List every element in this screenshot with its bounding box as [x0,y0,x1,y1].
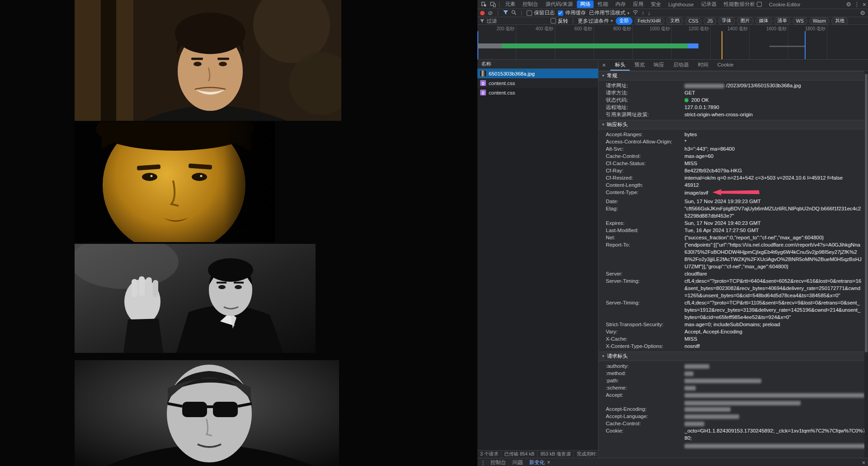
device-toolbar-icon[interactable] [489,1,496,8]
settings-gear-icon[interactable]: ⚙ [846,1,851,7]
devtools-tab[interactable]: 控制台 [519,0,542,8]
domcontentloaded-marker [722,31,722,59]
kebab-menu-icon[interactable]: ⋮ [854,1,860,8]
clear-network-log-icon[interactable]: ⊘ [488,10,493,16]
drawer-menu-icon[interactable]: ⋮ [480,459,486,466]
network-overview[interactable]: 200 毫秒400 毫秒600 毫秒800 毫秒1000 毫秒1200 毫秒14… [477,25,868,60]
close-details-icon[interactable]: × [602,62,606,69]
filter-chip[interactable]: JS [703,18,716,24]
request-row[interactable]: {} content.css [477,78,598,88]
devtools-tab[interactable]: 安全 [647,0,664,8]
disable-cache-checkbox[interactable]: 停用缓存 [558,10,586,16]
filter-chip[interactable]: 文档 [666,17,683,25]
import-har-icon[interactable]: ↑ [642,10,645,16]
more-filters-dropdown[interactable]: 更多过滤条件 ▾ [578,18,613,24]
filter-chip[interactable]: 媒体 [755,17,772,25]
details-tab[interactable]: 预览 [630,60,649,71]
details-tab[interactable]: 标头 [610,60,630,71]
header-name: 引用来源网址政策: [606,111,684,118]
request-name: 65015303b368a.jpg [489,71,535,76]
header-value: _octo=GH1.1.824309153.1730245892; _clck=… [684,427,864,448]
network-settings-gear-icon[interactable]: ⚙ [860,10,865,16]
devtools-tab[interactable]: 性能 [594,0,611,8]
triangle-down-icon: ▾ [602,71,604,80]
filter-chip[interactable]: 其他 [831,17,848,25]
header-value: 8e422fb92cb4079a-HKG [684,167,864,174]
header-name: Accept-Language: [606,413,684,420]
section-request-headers[interactable]: ▾ 请求标头 [599,352,864,361]
header-name: :path: [606,377,684,384]
header-row: 远程地址: 127.0.0.1:7890 [599,104,864,111]
details-tab[interactable]: Cookie [713,60,738,71]
header-value: /2023/09/13/65015303b368a.jpg [684,82,864,89]
filter-chip[interactable]: WS [793,18,807,24]
header-name: Cf-Ray: [606,167,684,174]
header-name: Etag: [606,205,684,219]
header-row: Etag: "cft566GskJKmFpIgBDV7ajUyb6mMZUz6R… [599,205,864,219]
devtools-tab[interactable]: 源代码/来源 [542,0,576,8]
timeline-tick: 1200 毫秒 [672,25,711,59]
header-row: Server-Timing: cfL4;desc="?proto=TCP&rtt… [599,299,864,321]
filter-chip[interactable]: Fetch/XHR [634,18,665,24]
devtools-tab[interactable]: 网络 [577,0,594,8]
network-conditions-icon[interactable] [632,10,638,16]
inspect-element-icon[interactable] [480,1,487,8]
header-name: 远程地址: [606,104,684,111]
drawer-tab[interactable]: 问题 [513,459,523,466]
status-ok-dot [684,98,689,102]
devtools-close-icon[interactable]: × [863,1,866,8]
preserve-log-checkbox[interactable]: 保留日志 [527,10,555,16]
devtools-tab[interactable]: 应用 [630,0,646,8]
request-header-rows: :authority: :method: :path: [599,361,864,450]
checkbox-checked[interactable] [558,10,563,16]
section-response-headers[interactable]: ▾ 响应标头 [599,120,864,129]
filter-funnel-icon[interactable] [503,10,508,16]
filter-chip[interactable]: 图片 [737,17,754,25]
filter-chip[interactable]: CSS [685,18,702,24]
record-network-log-icon[interactable] [480,11,485,15]
details-scrollbar[interactable] [864,71,868,458]
search-icon[interactable] [511,10,516,16]
disable-cache-label: 停用缓存 [565,10,586,16]
devtools-tab[interactable]: 性能数据分析 [721,0,765,8]
filter-input[interactable]: 过滤 [480,18,548,24]
checkbox-unchecked[interactable] [527,10,532,16]
redacted-value-line2 [684,444,864,448]
header-row: Cf-Ray: 8e422fb92cb4079a-HKG [599,167,864,174]
invert-filter-checkbox[interactable]: 反转 [551,18,568,24]
filter-chip[interactable]: 清单 [774,17,791,25]
headers-panel[interactable]: ▾ 常规 请求网址: /2023/09/13/65015303b368a.jpg… [599,71,864,458]
web-page-viewport [0,0,477,466]
details-tab[interactable]: 启动器 [669,60,693,71]
header-value [684,391,864,405]
name-column-header[interactable]: 名称 [477,60,598,69]
scrollbar-thumb[interactable] [865,74,868,352]
devtools-tab[interactable]: 元素 [502,0,519,8]
header-name: Alt-Svc: [606,145,684,152]
devtools-tab[interactable]: Lighthouse [665,1,697,8]
header-name: Access-Control-Allow-Origin: [606,138,684,145]
header-value: {"success_fraction":0,"report_to":"cf-ne… [684,234,864,241]
header-name: Content-Length: [606,181,684,189]
header-name: Expires: [606,219,684,227]
details-tab[interactable]: 响应 [649,60,669,71]
devtools-tab[interactable]: Cookie-Editor [766,1,804,8]
close-tab-icon[interactable]: × [547,459,550,466]
network-toolbar: ⊘ 保留日志 停用缓存 已停用节流模式 ▾ ↑ ↓ ⚙ [477,9,868,17]
export-har-icon[interactable]: ↓ [647,10,651,16]
filter-chip[interactable]: Wasm [809,18,830,24]
header-row: Accept-Language: [599,413,864,420]
section-general[interactable]: ▾ 常规 [599,71,864,81]
drawer-tab[interactable]: 新变化 × [529,459,551,466]
details-tab[interactable]: 时间 [693,60,713,71]
filter-chip[interactable]: 字体 [718,17,735,25]
request-row[interactable]: {} content.css [477,88,598,97]
header-row: Cf-Cache-Status: MISS [599,160,864,167]
throttling-dropdown[interactable]: 已停用节流模式 ▾ [589,10,629,16]
request-row[interactable]: 65015303b368a.jpg [477,69,598,78]
devtools-tab[interactable]: 内存 [612,0,629,8]
filter-chip[interactable]: 全部 [616,17,632,25]
drawer-tab[interactable]: 控制台 [491,459,506,466]
drawer-close-icon[interactable]: × [862,459,865,466]
devtools-tab[interactable]: 记录器 [698,0,720,8]
